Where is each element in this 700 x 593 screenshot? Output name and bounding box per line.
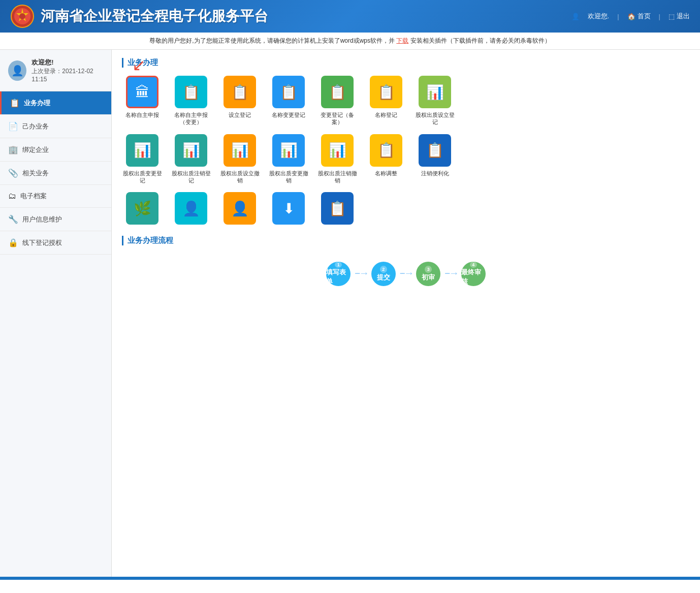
service-item-11[interactable]: 📊 股权出质变更撤销 xyxy=(268,134,309,184)
sidebar-label-done: 己办业务 xyxy=(22,122,49,131)
header-nav: 👤 欢迎您. | 🏠 首页 | ⬚ 退出 xyxy=(571,12,690,21)
content-area: 业务办理 🏛 名称自主申报 📋 名称自主申报（变更） 📋 设立登记 📋 xyxy=(112,50,700,577)
service-icon-19: 📋 xyxy=(321,192,354,225)
notice-text: 尊敬的用户您好,为了您能正常使用此系统，请确保您的计算机上安装了word或wps… xyxy=(149,37,395,44)
sidebar-item-done[interactable]: 📄 己办业务 xyxy=(0,115,111,138)
form-section: 申请企业名称 [及其他企业、个体工商户、农民专业合作社等] 请选择名称要素的排列… xyxy=(0,580,700,593)
service-label-14: 注销便利化 xyxy=(421,170,449,177)
sidebar-item-user-info[interactable]: 🔧 用户信息维护 xyxy=(0,208,111,231)
process-step-1: 1 填写表单 xyxy=(326,262,351,286)
username: 欢迎您! xyxy=(31,58,103,67)
process-step-2: 2 提交 xyxy=(371,262,396,286)
service-label-3: 设立登记 xyxy=(229,111,251,118)
sidebar-label-related: 相关业务 xyxy=(22,169,49,178)
service-item-4[interactable]: 📋 名称变更登记 xyxy=(268,76,309,126)
service-label-8: 股权出质变更登记 xyxy=(122,170,163,184)
service-item-1[interactable]: 🏛 名称自主申报 xyxy=(122,76,163,126)
service-item-8[interactable]: 📊 股权出质变更登记 xyxy=(122,134,163,184)
archive-icon: 🗂 xyxy=(8,192,16,201)
process-circle-1: 1 填写表单 xyxy=(326,262,351,286)
svg-point-3 xyxy=(19,13,25,19)
sidebar-item-business[interactable]: 📋 业务办理 xyxy=(0,91,111,115)
service-item-19[interactable]: 📋 xyxy=(317,192,358,228)
notice-text2: 安装相关插件（下载插件前，请务必关闭杀毒软件） xyxy=(410,37,551,44)
service-icon-18: ⬇ xyxy=(272,192,305,225)
service-label-11: 股权出质变更撤销 xyxy=(268,170,309,184)
header-logo: 河南省企业登记全程电子化服务平台 xyxy=(10,4,268,28)
user-icon: 👤 xyxy=(571,13,580,20)
sidebar-label-bind: 绑定企业 xyxy=(22,145,49,154)
service-item-15[interactable]: 🌿 xyxy=(122,192,163,228)
service-item-7[interactable]: 📊 股权出质设立登记 xyxy=(415,76,455,126)
sidebar: 👤 欢迎您! 上次登录：2021-12-02 11:15 📋 业务办理 📄 己办… xyxy=(0,50,112,577)
service-item-2[interactable]: 📋 名称自主申报（变更） xyxy=(171,76,211,126)
offline-icon: 🔒 xyxy=(8,238,18,247)
process-step-3: 3 初审 xyxy=(416,262,440,286)
service-item-6[interactable]: 📋 名称登记 xyxy=(366,76,406,126)
header-title: 河南省企业登记全程电子化服务平台 xyxy=(41,7,268,26)
done-icon: 📄 xyxy=(8,121,18,131)
avatar: 👤 xyxy=(8,60,26,81)
download-link[interactable]: 下载 xyxy=(396,37,408,44)
main-layout: 👤 欢迎您! 上次登录：2021-12-02 11:15 📋 业务办理 📄 己办… xyxy=(0,50,700,577)
home-icon: 🏠 xyxy=(627,13,635,20)
section-title-business: 业务办理 xyxy=(122,58,690,68)
service-item-18[interactable]: ⬇ xyxy=(268,192,309,228)
service-item-3[interactable]: 📋 设立登记 xyxy=(219,76,260,126)
service-label-13: 名称调整 xyxy=(375,170,397,177)
service-grid-row1: 🏛 名称自主申报 📋 名称自主申报（变更） 📋 设立登记 📋 名称变更登记 📋 xyxy=(122,76,690,126)
home-link[interactable]: 🏠 首页 xyxy=(627,12,651,21)
notice-bar: 尊敬的用户您好,为了您能正常使用此系统，请确保您的计算机上安装了word或wps… xyxy=(0,33,700,50)
service-item-16[interactable]: 👤 xyxy=(171,192,211,228)
sidebar-item-offline[interactable]: 🔒 线下登记授权 xyxy=(0,231,111,255)
service-label-5: 变更登记（备案） xyxy=(317,111,358,126)
service-icon-1: 🏛 xyxy=(126,76,158,108)
service-item-17[interactable]: 👤 xyxy=(219,192,260,228)
service-label-12: 股权出质注销撤销 xyxy=(317,170,358,184)
service-icon-9: 📊 xyxy=(175,134,207,167)
process-arrow-2: - - → xyxy=(400,267,412,279)
logout-link[interactable]: ⬚ 退出 xyxy=(669,12,690,21)
sidebar-label-offline: 线下登记授权 xyxy=(22,238,62,247)
service-label-4: 名称变更登记 xyxy=(272,111,305,118)
sidebar-item-bind[interactable]: 🏢 绑定企业 xyxy=(0,138,111,162)
process-arrow-3: - - → xyxy=(444,267,457,279)
service-item-13[interactable]: 📋 名称调整 xyxy=(366,134,406,184)
sidebar-label-business: 业务办理 xyxy=(24,99,50,108)
user-greeting: 欢迎您. xyxy=(588,12,610,21)
service-icon-17: 👤 xyxy=(224,192,256,225)
service-icon-6: 📋 xyxy=(370,76,402,108)
user-info: 👤 欢迎您! 上次登录：2021-12-02 11:15 xyxy=(0,50,111,91)
sidebar-item-related[interactable]: 📎 相关业务 xyxy=(0,162,111,185)
business-section: 业务办理 🏛 名称自主申报 📋 名称自主申报（变更） 📋 设立登记 📋 xyxy=(112,50,700,302)
service-icon-12: 📊 xyxy=(321,134,354,167)
user-text: 欢迎您! 上次登录：2021-12-02 11:15 xyxy=(31,58,103,83)
service-item-12[interactable]: 📊 股权出质注销撤销 xyxy=(317,134,358,184)
service-icon-10: 📊 xyxy=(224,134,256,167)
service-icon-11: 📊 xyxy=(272,134,305,167)
service-item-10[interactable]: 📊 股权出质设立撤销 xyxy=(219,134,260,184)
service-label-9: 股权出质注销登记 xyxy=(171,170,211,184)
service-icon-2: 📋 xyxy=(175,76,207,108)
service-icon-7: 📊 xyxy=(419,76,451,108)
header: 河南省企业登记全程电子化服务平台 👤 欢迎您. | 🏠 首页 | ⬚ 退出 xyxy=(0,0,700,33)
service-icon-5: 📋 xyxy=(321,76,354,108)
sidebar-label-user-info: 用户信息维护 xyxy=(22,215,62,224)
service-icon-3: 📋 xyxy=(224,76,256,108)
process-arrow-1: - - → xyxy=(355,267,367,279)
service-item-9[interactable]: 📊 股权出质注销登记 xyxy=(171,134,211,184)
service-item-5[interactable]: 📋 变更登记（备案） xyxy=(317,76,358,126)
nav-divider: | xyxy=(617,13,619,20)
last-login: 上次登录：2021-12-02 11:15 xyxy=(31,67,103,83)
process-circle-2: 2 提交 xyxy=(371,262,396,286)
service-item-14[interactable]: 📋 注销便利化 xyxy=(415,134,455,184)
service-icon-13: 📋 xyxy=(370,134,402,167)
nav-divider2: | xyxy=(659,13,660,20)
service-grid-row3: 🌿 👤 👤 ⬇ 📋 xyxy=(122,192,690,228)
service-label-2: 名称自主申报（变更） xyxy=(171,111,211,126)
sidebar-menu: 📋 业务办理 📄 己办业务 🏢 绑定企业 📎 相关业务 xyxy=(0,91,111,255)
sidebar-item-archive[interactable]: 🗂 电子档案 xyxy=(0,185,111,208)
service-icon-8: 📊 xyxy=(126,134,158,167)
emblem-icon xyxy=(10,4,35,28)
process-circle-3: 3 初审 xyxy=(416,262,440,286)
